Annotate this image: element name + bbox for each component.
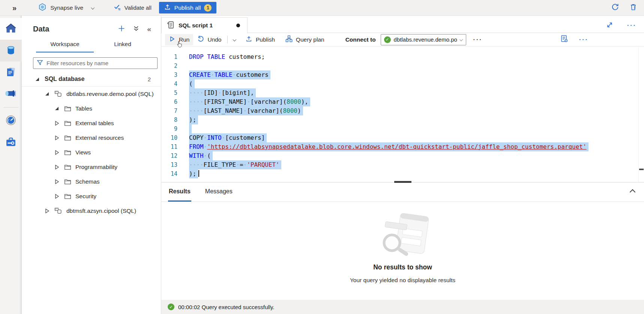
tab-workspace[interactable]: Workspace: [36, 41, 94, 52]
line-number: 11: [161, 142, 177, 151]
git-mode-selector[interactable]: Synapse live: [38, 3, 94, 12]
tree-item-tables[interactable]: Tables: [22, 101, 161, 116]
tab-messages[interactable]: Messages: [204, 182, 233, 202]
query-plan-button[interactable]: Query plan: [282, 34, 328, 45]
editor-overview-ruler[interactable]: [638, 46, 644, 182]
tree-item-external-resources[interactable]: External resources: [22, 130, 161, 145]
tab-more-icon[interactable]: ···: [627, 22, 636, 28]
code-line[interactable]: 14);: [161, 169, 644, 178]
script-toolbar: Run Undo Publish: [161, 33, 644, 46]
code-token: [LAST_NAME]: [204, 107, 243, 114]
collapsed-arrow-icon[interactable]: [54, 135, 60, 141]
folder-icon: [64, 106, 71, 112]
toolbar-more-icon[interactable]: ···: [579, 37, 588, 43]
folder-icon: [64, 164, 71, 170]
code-line[interactable]: 9: [161, 124, 644, 133]
tree-item-programmability[interactable]: Programmability: [22, 160, 161, 174]
collapsed-arrow-icon[interactable]: [44, 208, 50, 214]
code-line[interactable]: 1DROP TABLE customers;: [161, 52, 644, 61]
script-icon: [167, 21, 174, 30]
manage-icon: [5, 137, 17, 148]
pool-icon: [54, 90, 62, 97]
tree-item-sql-database[interactable]: SQL database2: [22, 72, 161, 87]
collapsed-arrow-icon[interactable]: [54, 150, 60, 155]
code-line[interactable]: 13····FILE_TYPE·=·'PARQUET': [161, 160, 644, 169]
collapsed-arrow-icon[interactable]: [54, 121, 60, 126]
left-nav-rail: [0, 16, 22, 314]
tree-item-views[interactable]: Views: [22, 145, 161, 160]
expand-editor-icon[interactable]: [606, 21, 613, 30]
filter-resources-input[interactable]: [47, 60, 154, 66]
collapsed-arrow-icon[interactable]: [54, 194, 60, 199]
discard-icon[interactable]: [629, 3, 637, 12]
tree-item-label: dbtlabs.revenue.demo.pool (SQL): [66, 91, 154, 97]
refresh-icon[interactable]: [611, 3, 619, 12]
tree-item-schemas[interactable]: Schemas: [22, 174, 161, 189]
expanded-arrow-icon[interactable]: [44, 92, 50, 96]
collapsed-arrow-icon[interactable]: [54, 179, 60, 184]
collapse-results-icon[interactable]: [630, 189, 636, 195]
add-icon[interactable]: [118, 25, 125, 33]
sql-code-editor[interactable]: 1DROP TABLE customers;23CREATE·TABLE·cus…: [161, 46, 644, 182]
top-command-bar: » Synapse live Validate all Publish all …: [0, 0, 644, 16]
sidebar-item-integrate[interactable]: [0, 83, 22, 105]
code-line[interactable]: 6····[FIRST_NAME]·[varchar](8000),: [161, 97, 644, 106]
magnifier-empty-state: [371, 212, 435, 261]
collapsed-arrow-icon[interactable]: [54, 164, 60, 170]
monitor-icon: [5, 115, 17, 127]
tree-item-label: Programmability: [75, 164, 117, 170]
code-line[interactable]: 7····[LAST_NAME]·[varchar](8000): [161, 106, 644, 115]
code-line[interactable]: 4(: [161, 79, 644, 88]
line-number: 9: [161, 124, 177, 133]
collapse-panel-icon[interactable]: «: [147, 25, 151, 33]
code-line[interactable]: 11FROM·'https://dbtlabsynapsedatalake.bl…: [161, 142, 644, 151]
tab-linked[interactable]: Linked: [94, 41, 152, 52]
undo-button[interactable]: Undo: [193, 34, 225, 45]
code-line[interactable]: 8);: [161, 115, 644, 124]
validate-all-button[interactable]: Validate all: [114, 3, 152, 12]
code-token: ·: [211, 71, 215, 78]
publish-all-button[interactable]: Publish all 1: [159, 2, 217, 13]
cursor-position-marker: [639, 169, 644, 170]
code-line[interactable]: 12WITH·(: [161, 151, 644, 160]
sidebar-item-develop[interactable]: [0, 61, 22, 83]
expanded-arrow-icon[interactable]: [54, 107, 60, 110]
editor-tabstrip: SQL script 1 ···: [161, 16, 644, 33]
code-line[interactable]: 5····[ID]·[bigint],: [161, 88, 644, 97]
selection-highlight: );: [189, 169, 198, 178]
tree-item-external-tables[interactable]: External tables: [22, 116, 161, 130]
sidebar-item-manage[interactable]: [0, 132, 22, 153]
connect-pool-dropdown[interactable]: ✓ dbtlabs.revenue.demo.pool: [381, 34, 466, 45]
item-count: 2: [148, 76, 151, 82]
sidebar-item-monitor[interactable]: [0, 110, 22, 132]
tree-item-security[interactable]: Security: [22, 189, 161, 203]
tab-results[interactable]: Results: [168, 182, 191, 202]
code-token: 'PARQUET': [247, 161, 279, 168]
publish-button[interactable]: Publish: [242, 34, 279, 45]
view-settings-icon[interactable]: [560, 35, 568, 44]
line-content: [177, 124, 192, 133]
expand-all-icon[interactable]: [133, 25, 139, 33]
code-token: FROM: [189, 143, 204, 150]
code-line[interactable]: 10COPY·INTO·[customers]: [161, 133, 644, 142]
sidebar-item-home[interactable]: [0, 18, 22, 40]
expanded-arrow-icon[interactable]: [35, 78, 40, 81]
tree-item-dbtmsft-azsyn-cipool-sql[interactable]: dbtmsft.azsyn.cipool (SQL): [22, 203, 161, 218]
expand-sidebar-icon[interactable]: »: [12, 4, 17, 12]
chevron-down-icon: [91, 6, 95, 9]
line-number: 2: [161, 61, 177, 70]
code-token: COPY: [189, 134, 204, 141]
code-token: [varchar](: [247, 107, 283, 114]
tab-sql-script-1[interactable]: SQL script 1: [161, 17, 248, 33]
tree-item-label: External resources: [75, 135, 124, 141]
synapse-icon: [38, 3, 47, 12]
code-line[interactable]: 2: [161, 61, 644, 70]
sidebar-item-data[interactable]: [0, 40, 22, 61]
splitter-drag-handle[interactable]: [394, 181, 411, 183]
undo-redo-dropdown[interactable]: [230, 34, 240, 45]
code-token: ····: [189, 89, 204, 96]
code-line[interactable]: 3CREATE·TABLE·customers: [161, 70, 644, 79]
tree-item-dbtlabs-revenue-demo-pool-sql[interactable]: dbtlabs.revenue.demo.pool (SQL): [22, 87, 161, 101]
undo-label: Undo: [207, 36, 221, 43]
connect-more-icon[interactable]: ···: [473, 37, 483, 43]
